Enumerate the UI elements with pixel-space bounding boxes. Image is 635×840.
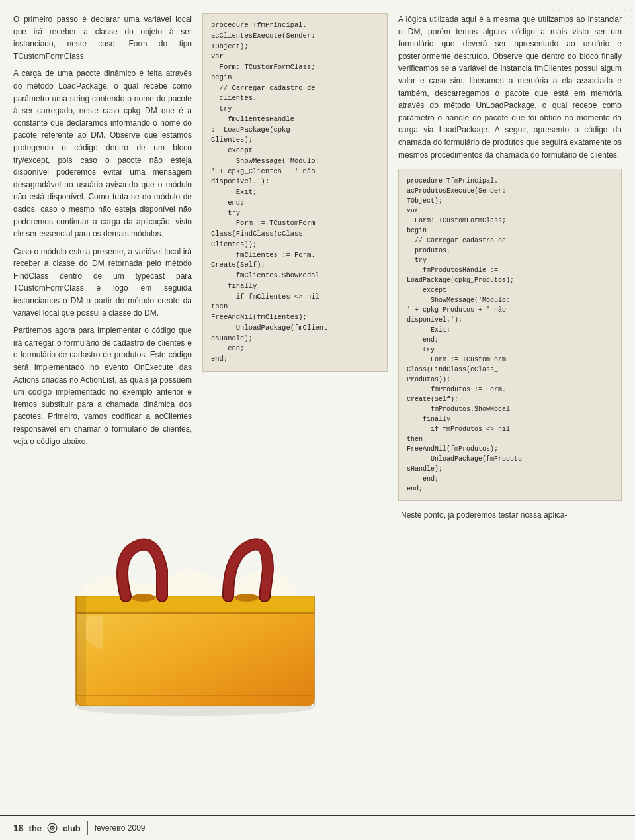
decorative-dots [529, 0, 635, 40]
club-logo-icon: C [44, 822, 60, 834]
center-code-block: procedure TfmPrincipal. acClientesExecut… [202, 13, 388, 372]
bottom-paragraph: Neste ponto, já poderemos testar nossa a… [388, 509, 622, 522]
content-area: O primeiro passo é declarar uma variável… [0, 0, 635, 501]
footer-logo-club: club [63, 823, 81, 833]
bottom-area: Neste ponto, já poderemos testar nossa a… [0, 504, 635, 722]
right-code-block: procedure TfmPrincipal. acProdutosExecut… [398, 169, 622, 501]
paragraph-2: A carga de uma pacote dinâmico é feita a… [13, 68, 192, 240]
right-column: A lógica utilizada aqui é a mesma que ut… [398, 13, 622, 501]
paragraph-4: Partiremos agora para implementar o códi… [13, 324, 192, 447]
footer-logo-the: the [29, 823, 42, 833]
paragraph-3: Caso o módulo esteja presente, a variáve… [13, 246, 192, 320]
center-column: procedure TfmPrincipal. acClientesExecut… [202, 13, 388, 501]
right-bottom-empty: Neste ponto, já poderemos testar nossa a… [388, 504, 622, 722]
footer-logo: the C club [29, 822, 81, 834]
svg-text:C: C [51, 827, 54, 831]
page: O primeiro passo é declarar uma variável… [0, 0, 635, 840]
footer-separator [87, 821, 88, 835]
bag-area [13, 504, 377, 722]
footer: 18 the C club fevereiro 2009 [0, 815, 635, 840]
svg-point-2 [235, 594, 259, 602]
left-column: O primeiro passo é declarar uma variável… [13, 13, 192, 501]
paragraph-1: O primeiro passo é declarar uma variável… [13, 13, 192, 62]
shopping-bag-svg [23, 517, 367, 716]
footer-date: fevereiro 2009 [95, 823, 146, 833]
page-number: 18 [13, 823, 24, 833]
svg-point-1 [132, 594, 155, 602]
shopping-bag-image [13, 510, 377, 722]
left-body-text: O primeiro passo é declarar uma variável… [13, 13, 192, 447]
